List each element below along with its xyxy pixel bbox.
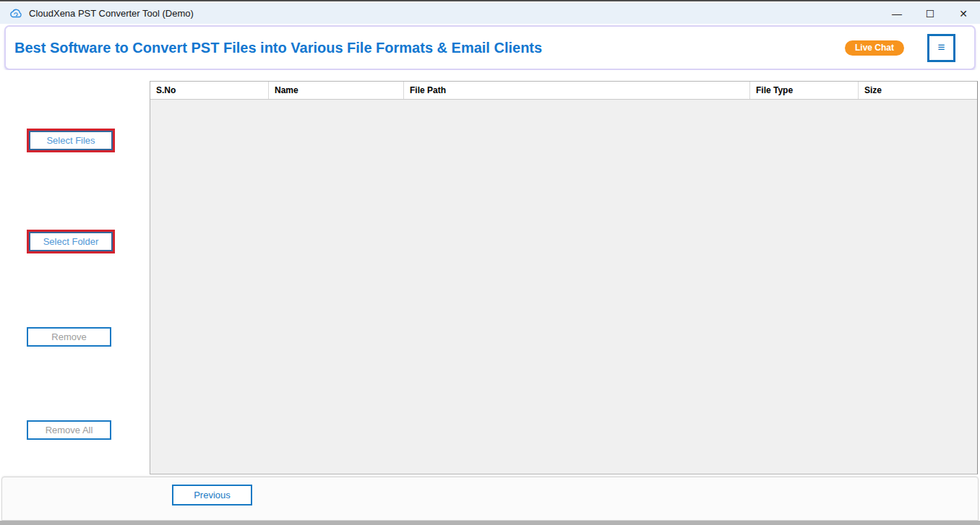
column-header-size[interactable]: Size [859, 82, 977, 99]
live-chat-button[interactable]: Live Chat [845, 40, 904, 56]
column-header-file-type[interactable]: File Type [750, 82, 859, 99]
column-header-name[interactable]: Name [269, 82, 404, 99]
header-actions: Live Chat ≡ [845, 34, 974, 62]
column-header-file-path[interactable]: File Path [404, 82, 750, 99]
close-button[interactable]: ✕ [947, 3, 980, 24]
remove-all-button[interactable]: Remove All [27, 420, 111, 440]
maximize-button[interactable]: ☐ [914, 3, 947, 24]
column-header-sno[interactable]: S.No [150, 82, 269, 99]
minimize-button[interactable]: — [880, 3, 914, 24]
hamburger-menu-button[interactable]: ≡ [927, 34, 955, 62]
cloud-logo-icon [9, 8, 23, 19]
headline-text: Best Software to Convert PST Files into … [6, 40, 542, 56]
previous-button[interactable]: Previous [172, 485, 252, 506]
select-files-button[interactable]: Select Files [29, 131, 113, 150]
select-folder-button[interactable]: Select Folder [29, 232, 113, 251]
main-area: Select Files Select Folder Remove Remove… [0, 70, 980, 477]
window-bottom-edge [0, 521, 980, 525]
app-window: CloudXena PST Converter Tool (Demo) — ☐ … [0, 0, 980, 525]
select-folder-highlight: Select Folder [27, 230, 115, 253]
hamburger-icon: ≡ [938, 40, 945, 55]
window-title: CloudXena PST Converter Tool (Demo) [29, 8, 194, 19]
table-body-empty [150, 100, 977, 474]
remove-button[interactable]: Remove [27, 327, 111, 347]
title-bar-left: CloudXena PST Converter Tool (Demo) [0, 8, 194, 19]
header-banner: Best Software to Convert PST Files into … [4, 25, 976, 70]
footer-bar: Previous [1, 477, 979, 521]
file-list-table: S.No Name File Path File Type Size [150, 81, 978, 474]
title-bar: CloudXena PST Converter Tool (Demo) — ☐ … [0, 3, 980, 24]
table-header-row: S.No Name File Path File Type Size [150, 82, 977, 100]
window-controls: — ☐ ✕ [880, 3, 980, 24]
select-files-highlight: Select Files [27, 129, 115, 152]
